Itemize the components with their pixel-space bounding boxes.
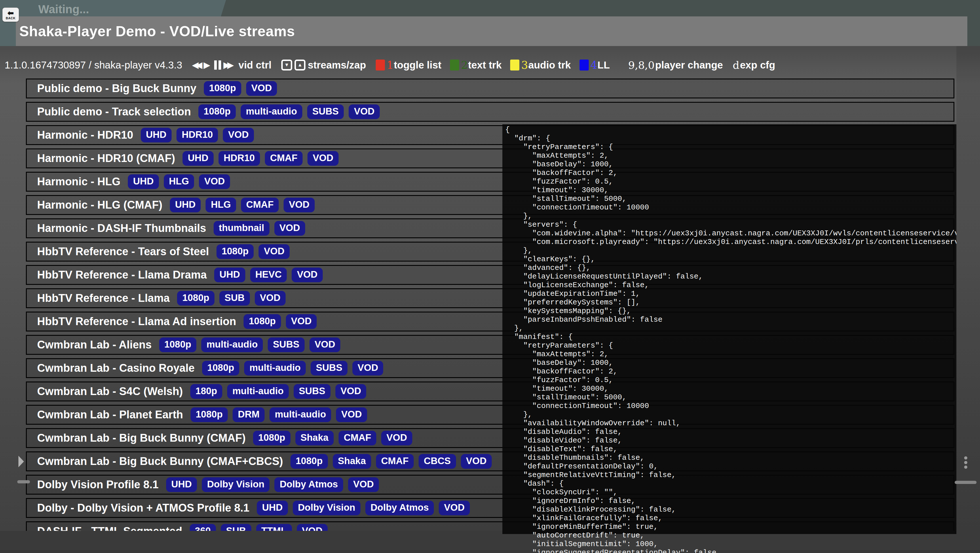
badge-list: UHDHLGCMAFVOD [170,198,315,212]
stream-badge: CMAF [339,431,376,445]
version-text: 1.1.0.1674730897 / shaka-player v4.3.3 [5,59,182,71]
badge-list: 1080pVOD [243,314,317,329]
config-line: "segmentRelativeVttTiming": false, [505,471,956,479]
stream-title: Harmonic - HLG (CMAF) [37,199,162,211]
player-change-group: 9,8,0 player change [628,59,723,71]
selected-row-cursor-icon [18,456,24,467]
stream-title: Public demo - Track selection [37,106,191,118]
badge-list: UHDHLGVOD [128,174,230,189]
stream-badge: VOD [336,384,366,399]
config-line: { [505,126,956,134]
config-line: "baseDelay": 1000, [505,160,956,168]
more-options-dots-icon[interactable] [964,456,967,469]
badge-list: UHDDolby VisionDolby AtmosVOD [166,477,379,492]
right-margin-strip [956,46,980,553]
waiting-status-text: Waiting... [38,3,89,16]
badge-list: 1080pmulti-audioSUBSVOD [159,337,340,352]
stream-badge: DRM [232,407,264,422]
config-line: "timeout": 30000, [505,186,956,194]
back-button-label: BACK [6,16,16,20]
stream-badge: HEVC [250,268,287,282]
badge-list: thumbnailVOD [214,221,305,236]
config-line: "maxAttempts": 2, [505,350,956,359]
stream-badge: 1080p [253,431,291,445]
stream-title: Cwmbran Lab - Big Buck Bunny (CMAF) [37,432,246,444]
config-line: "retryParameters": { [505,341,956,350]
stream-badge: 1080p [191,407,228,422]
badge-list: 1080pVOD [204,81,277,96]
stream-title: Dolby Vision Profile 8.1 [37,478,159,491]
stream-title: Cwmbran Lab - Casino Royale [37,362,195,374]
stream-badge: 1080p [243,314,281,329]
stream-title: HbbTV Reference - Llama Drama [37,269,207,281]
config-line: "parseInbandPsshEnabled": false [505,315,956,324]
stream-badge: HDR10 [177,128,218,142]
config-line: "disableAudio": false, [505,427,956,436]
stream-badge: UHD [128,174,159,189]
hotkey-color-square [450,60,459,70]
exp-cfg-key: d [733,59,739,71]
stream-title: Cwmbran Lab - Aliens [37,338,152,351]
badge-list: 1080pVOD [216,244,290,259]
config-panel: { "drm": { "retryParameters": { "maxAtte… [503,125,956,553]
vid-ctrl-label: vid ctrl [239,59,272,71]
hotkey-digit: 2 [461,59,468,72]
stream-badge: CBCS [418,454,456,469]
config-line: }, [505,212,956,220]
page-title: Shaka-Player Demo - VOD/Live streams [19,23,295,40]
stream-badge: HDR10 [218,151,260,166]
config-line: "ignoreSuggestedPresentationDelay": fals… [505,548,956,553]
config-line: "delayLicenseRequestUntilPlayed": false, [505,272,956,281]
stream-title: HbbTV Reference - Tears of Steel [37,245,209,258]
stream-title: HbbTV Reference - Llama Ad insertion [37,315,236,328]
stream-badge: multi-audio [241,105,302,119]
stream-badge: multi-audio [227,384,289,399]
badge-list: UHDDolby VisionDolby AtmosVOD [257,501,470,515]
config-line: "clockSyncUri": "", [505,488,956,497]
stream-badge: UHD [257,501,288,515]
hotkey-digit: 3 [521,59,528,72]
badge-list: 1080pmulti-audioSUBSVOD [202,361,383,375]
config-line: "ignoreMinBufferTime": true, [505,523,956,531]
stream-row[interactable]: Public demo - Big Buck Bunny 1080pVOD [26,79,955,99]
stream-badge: CMAF [376,454,414,469]
back-arrow-icon: ⬅ [8,10,14,16]
stream-badge: Dolby Atmos [274,477,343,492]
config-line: "servers": { [505,220,956,229]
config-line: "maxAttempts": 2, [505,151,956,160]
back-button[interactable]: ⬅ BACK [2,8,19,22]
config-line: "retryParameters": { [505,143,956,151]
config-line: "logLicenseExchange": false, [505,281,956,289]
stream-badge: multi-audio [269,407,331,422]
stream-badge: VOD [461,454,492,469]
stream-badge: multi-audio [201,337,263,352]
hotkey-legend: 1 toggle list 2 text trk 3 audio trk 4 L… [376,59,619,72]
stream-badge: SUBS [307,105,344,119]
scroll-indicator-right [955,481,977,484]
hotkey-color-square [376,60,385,70]
stream-badge: HLG [164,174,194,189]
stream-badge: VOD [310,337,340,352]
stream-badge: VOD [223,128,254,142]
stream-badge: Dolby Vision [202,477,269,492]
shaka-demo-page: Waiting... ⬅ BACK Shaka-Player Demo - VO… [0,0,980,553]
config-line: "connectionTimeout": 10000 [505,203,956,212]
stream-badge: 1080p [204,81,241,96]
stream-title: Harmonic - HDR10 [37,129,133,141]
stream-badge: VOD [348,477,379,492]
stream-row[interactable]: Public demo - Track selection 1080pmulti… [26,102,955,122]
config-line: "stallTimeout": 5000, [505,194,956,203]
config-line: "com.widevine.alpha": "https://uex3xj0i.… [505,229,956,238]
hotkey-label: toggle list [394,59,441,71]
hotkey-color-square [510,60,519,70]
streams-zap-label: streams/zap [308,59,366,71]
player-change-label: player change [655,59,723,71]
stream-badge: VOD [381,431,412,445]
stream-badge: VOD [292,268,323,282]
stream-title: Harmonic - HLG [37,175,120,188]
stream-title: Public demo - Big Buck Bunny [37,82,196,95]
stream-badge: VOD [199,174,230,189]
stream-title: Cwmbran Lab - S4C (Welsh) [37,385,183,397]
header-bar: Shaka-Player Demo - VOD/Live streams [16,16,967,46]
stream-badge: UHD [141,128,172,142]
